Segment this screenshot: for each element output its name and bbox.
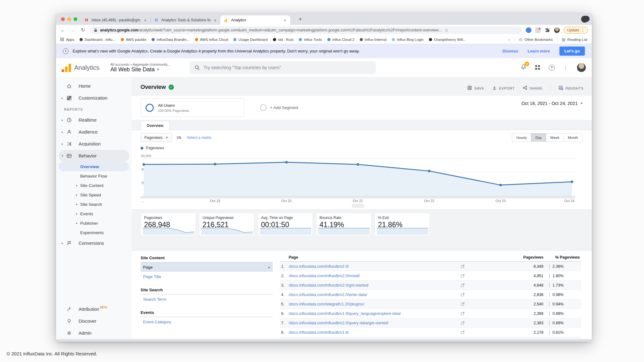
chart-scroll-handle[interactable] bbox=[352, 204, 364, 207]
dismiss-button[interactable]: Dismiss bbox=[502, 49, 518, 53]
sidebar-item-experiments[interactable]: Experiments bbox=[58, 228, 129, 237]
chrome-update-button[interactable]: Update⋮ bbox=[564, 27, 588, 34]
tab-close-icon[interactable]: × bbox=[143, 18, 147, 23]
external-link-icon[interactable] bbox=[461, 283, 470, 287]
sidebar-item-audience[interactable]: ▸Audience bbox=[58, 126, 129, 138]
sidebar-item-discover[interactable]: Discover bbox=[58, 315, 129, 327]
page-link[interactable]: /docs.influxdata.com/influxdb/v1.8/ bbox=[289, 330, 461, 335]
bookmark-item[interactable]: Influx Internal bbox=[360, 38, 386, 41]
bookmark-item[interactable]: Dashboard - Influ... bbox=[80, 38, 115, 41]
minimize-window-button[interactable] bbox=[67, 17, 71, 21]
metric-dropdown[interactable]: Pageviews▼ bbox=[141, 133, 172, 142]
bookmark-item[interactable]: std - Rust bbox=[273, 38, 293, 41]
sidebar-item-behavior[interactable]: ▾Behavior bbox=[58, 150, 129, 162]
lets-go-button[interactable]: Let's go bbox=[559, 47, 585, 56]
external-link-icon[interactable] bbox=[461, 321, 470, 325]
apps-shortcut[interactable]: Apps bbox=[60, 38, 74, 41]
sidebar-item-site-content[interactable]: ▸Site Content bbox=[58, 181, 129, 190]
column-pageviews[interactable]: Pageviews bbox=[514, 255, 543, 260]
external-link-icon[interactable] bbox=[461, 302, 470, 306]
reload-icon[interactable]: ↻ bbox=[80, 27, 86, 33]
page-link[interactable]: /docs.influxdata.com/influxdb/v2.0/insta… bbox=[289, 274, 461, 278]
ga-apps-icon[interactable] bbox=[535, 65, 540, 70]
reading-list-button[interactable]: ▤Reading List bbox=[562, 37, 587, 42]
column-page[interactable]: Page bbox=[280, 255, 461, 260]
notifications-button[interactable]: 2 bbox=[520, 64, 527, 71]
page-link[interactable]: /docs.influxdata.com/influxdb/v2.0/write… bbox=[289, 293, 461, 297]
browser-tab[interactable]: Analytics Tools & Solutions fo× bbox=[151, 15, 220, 25]
bookmark-item[interactable]: Influx Tools bbox=[299, 38, 322, 41]
dimension-page[interactable]: Page▸ bbox=[141, 262, 273, 272]
sidebar-item-overview[interactable]: Overview bbox=[58, 162, 129, 171]
tab-close-icon[interactable]: × bbox=[283, 18, 287, 23]
bookmark-item[interactable]: Influx Cloud 2 bbox=[327, 38, 354, 41]
sidebar-item-customization[interactable]: ▸Customization bbox=[58, 92, 129, 104]
search-input[interactable]: Try searching "Top countries by users" bbox=[190, 61, 376, 74]
insights-button[interactable]: INSIGHTS bbox=[558, 85, 584, 91]
sidebar-item-home[interactable]: Home bbox=[58, 80, 129, 92]
add-segment-button[interactable]: + Add Segment bbox=[256, 98, 303, 117]
external-link-icon[interactable] bbox=[461, 293, 470, 297]
back-icon[interactable]: ← bbox=[60, 27, 66, 33]
browser-profile-avatar[interactable] bbox=[554, 27, 560, 33]
page-link[interactable]: /docs.influxdata.com/influxdb/v2.0/query… bbox=[289, 321, 461, 325]
sidebar-item-events[interactable]: ▸Events bbox=[58, 209, 129, 218]
sidebar-item-behavior-flow[interactable]: Behavior Flow bbox=[58, 171, 129, 181]
close-window-button[interactable] bbox=[61, 17, 65, 21]
external-link-icon[interactable] bbox=[461, 264, 470, 268]
address-bar[interactable]: analytics.google.com/analytics/web/?utm_… bbox=[90, 26, 522, 34]
sidebar-item-admin[interactable]: Admin bbox=[58, 327, 129, 339]
help-icon[interactable]: ? bbox=[549, 65, 555, 71]
date-range-selector[interactable]: Oct 18, 2021 - Oct 24, 2021 ▼ bbox=[521, 101, 583, 106]
tab-close-icon[interactable]: × bbox=[213, 18, 217, 23]
bookmark-item[interactable]: InfluxData Brandin... bbox=[152, 38, 189, 41]
sidebar-item-site-speed[interactable]: ▸Site Speed bbox=[58, 190, 129, 200]
select-metric-link[interactable]: Select a metric bbox=[187, 135, 212, 140]
granularity-month[interactable]: Month bbox=[564, 133, 582, 142]
dimension-event-category[interactable]: Event Category bbox=[141, 317, 273, 326]
browser-tab[interactable]: Analytics× bbox=[220, 15, 290, 25]
sidebar-item-realtime[interactable]: ▸Realtime bbox=[58, 114, 129, 126]
granularity-week[interactable]: Week bbox=[546, 133, 564, 142]
account-selector[interactable]: All accounts > Aggregate (community... A… bbox=[110, 63, 170, 73]
page-link[interactable]: /docs.influxdata.com/influxdb/v2.0/ bbox=[289, 264, 461, 269]
other-bookmarks-button[interactable]: 🗀Other Bookmarks bbox=[519, 37, 552, 42]
browser-tab[interactable]: Inbox (45,469) - pauldix@gm× bbox=[81, 15, 151, 25]
tab-overview[interactable]: Overview bbox=[141, 121, 169, 130]
forward-icon[interactable]: → bbox=[70, 27, 76, 33]
bookmark-item[interactable]: Orangetheory Will... bbox=[429, 38, 466, 41]
granularity-day[interactable]: Day bbox=[531, 133, 546, 142]
extension-icon-gray[interactable] bbox=[535, 27, 541, 33]
segment-all-users[interactable]: All Users 100.00% Pageviews bbox=[141, 98, 244, 117]
sidebar-item-conversions[interactable]: ▸Conversions bbox=[58, 237, 129, 249]
sidebar-item-attribution[interactable]: AttributionBETA bbox=[58, 303, 129, 315]
bookmark-item[interactable]: Usage Dashboard bbox=[233, 38, 268, 41]
sidebar-item-site-search[interactable]: ▸Site Search bbox=[58, 200, 129, 209]
bookmarks-overflow-icon[interactable]: » bbox=[508, 38, 510, 41]
page-corner-button[interactable] bbox=[583, 16, 590, 22]
page-link[interactable]: /docs.influxdata.com/telegraf/v1.20/plug… bbox=[289, 302, 461, 306]
external-link-icon[interactable] bbox=[461, 311, 470, 315]
bookmark-item[interactable]: AWS Influx Cloud bbox=[195, 38, 228, 41]
extensions-puzzle-icon[interactable] bbox=[545, 27, 550, 33]
sidebar-item-publisher[interactable]: ▸Publisher bbox=[58, 218, 129, 228]
external-link-icon[interactable] bbox=[461, 330, 470, 334]
page-link[interactable]: /docs.influxdata.com/influxdb/v1.8/query… bbox=[289, 311, 461, 316]
share-button[interactable]: SHARE bbox=[522, 85, 543, 91]
zoom-window-button[interactable] bbox=[74, 17, 77, 21]
bookmark-star-icon[interactable]: ☆ bbox=[445, 28, 449, 33]
more-options-icon[interactable]: ⋮ bbox=[563, 65, 568, 71]
page-link[interactable]: /docs.influxdata.com/influxdb/v2.0/get-s… bbox=[289, 283, 461, 288]
granularity-hourly[interactable]: Hourly bbox=[512, 133, 531, 142]
new-tab-button[interactable]: + bbox=[297, 16, 304, 23]
user-avatar[interactable] bbox=[577, 63, 586, 72]
bookmark-item[interactable]: AWS pauldix bbox=[121, 38, 146, 41]
sidebar-item-acquisition[interactable]: ▸Acquisition bbox=[58, 138, 129, 150]
column-percent-pageviews[interactable]: % Pageviews bbox=[543, 255, 581, 260]
export-button[interactable]: EXPORT bbox=[492, 85, 515, 91]
dimension-search-term[interactable]: Search Term bbox=[141, 294, 273, 304]
bookmark-item[interactable]: Influx Blog Login bbox=[392, 38, 424, 41]
dimension-page-title[interactable]: Page Title bbox=[141, 272, 273, 281]
learn-more-button[interactable]: Learn more bbox=[528, 49, 550, 53]
external-link-icon[interactable] bbox=[461, 274, 470, 278]
